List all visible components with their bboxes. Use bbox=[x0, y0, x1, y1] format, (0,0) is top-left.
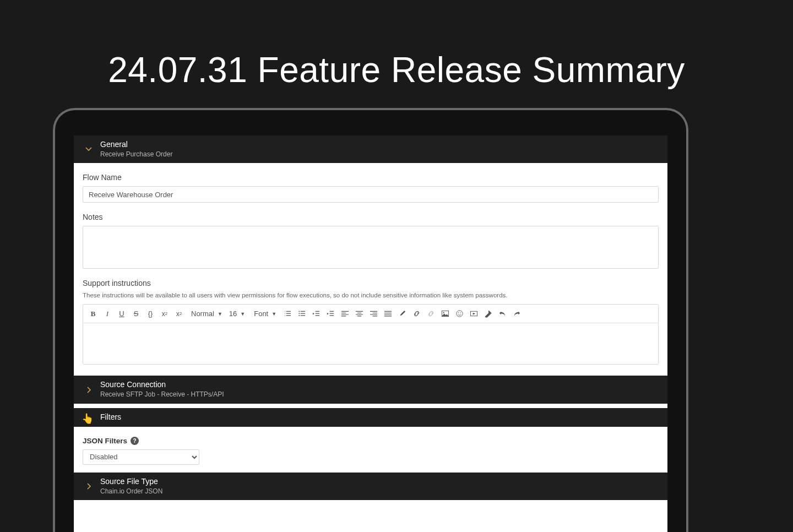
align-right-button[interactable] bbox=[367, 307, 380, 321]
accordion-source-file-type[interactable]: Source File Type Chain.io Order JSON bbox=[74, 473, 667, 500]
image-button[interactable] bbox=[438, 307, 452, 321]
accordion-filters[interactable]: Filters 👆 bbox=[74, 408, 667, 427]
svg-point-2 bbox=[298, 315, 300, 316]
unordered-list-button[interactable] bbox=[295, 307, 308, 321]
chevron-down-icon bbox=[83, 146, 95, 153]
flow-name-label: Flow Name bbox=[83, 173, 659, 182]
video-button[interactable] bbox=[467, 307, 480, 321]
font-family-select[interactable]: Font ▼ bbox=[249, 307, 280, 321]
outdent-button[interactable] bbox=[309, 307, 323, 321]
accordion-source-connection[interactable]: Source Connection Receive SFTP Job - Rec… bbox=[74, 376, 667, 403]
svg-point-4 bbox=[443, 312, 444, 313]
filters-panel: JSON Filters ? Disabled bbox=[74, 427, 667, 473]
accordion-title: Filters bbox=[100, 412, 121, 422]
redo-button[interactable] bbox=[510, 307, 523, 321]
editor-toolbar: B I U S {} x2 x2 Normal ▼ 16 ▼ bbox=[83, 305, 658, 323]
page-headline: 24.07.31 Feature Release Summary bbox=[0, 50, 793, 90]
help-icon[interactable]: ? bbox=[131, 437, 139, 445]
eraser-button[interactable] bbox=[481, 307, 495, 321]
accordion-title: General bbox=[100, 140, 172, 149]
italic-button[interactable]: I bbox=[101, 307, 114, 321]
support-instructions-helper: These instructions will be available to … bbox=[83, 292, 659, 298]
accordion-subtitle: Chain.io Order JSON bbox=[100, 487, 162, 496]
accordion-general[interactable]: General Receive Purchase Order bbox=[74, 135, 667, 163]
font-family-value: Font bbox=[254, 310, 268, 318]
flow-name-input[interactable] bbox=[83, 186, 659, 203]
json-filters-label: JSON Filters ? bbox=[83, 437, 659, 445]
rich-text-editor: B I U S {} x2 x2 Normal ▼ 16 ▼ bbox=[83, 304, 659, 365]
indent-button[interactable] bbox=[324, 307, 337, 321]
strikethrough-button[interactable]: S bbox=[129, 307, 143, 321]
unlink-button[interactable] bbox=[424, 307, 437, 321]
subscript-button[interactable]: x2 bbox=[172, 307, 186, 321]
caret-down-icon: ▼ bbox=[218, 311, 222, 317]
json-filters-select[interactable]: Disabled bbox=[83, 449, 199, 465]
accordion-title: Source File Type bbox=[100, 477, 162, 486]
ordered-list-button[interactable] bbox=[281, 307, 294, 321]
chevron-right-icon bbox=[83, 387, 95, 393]
svg-point-1 bbox=[298, 313, 300, 314]
color-picker-button[interactable] bbox=[395, 307, 409, 321]
emoji-button[interactable] bbox=[453, 307, 466, 321]
accordion-subtitle: Receive SFTP Job - Receive - HTTPs/API bbox=[100, 390, 224, 399]
undo-button[interactable] bbox=[496, 307, 509, 321]
caret-down-icon: ▼ bbox=[271, 311, 276, 317]
support-instructions-label: Support instructions bbox=[83, 279, 659, 287]
caret-down-icon: ▼ bbox=[240, 311, 245, 317]
chevron-right-icon bbox=[83, 483, 95, 490]
app-screen: General Receive Purchase Order Flow Name… bbox=[74, 135, 667, 532]
underline-button[interactable]: U bbox=[115, 307, 128, 321]
svg-point-0 bbox=[298, 311, 300, 312]
general-panel: Flow Name Notes Support instructions The… bbox=[74, 163, 667, 376]
font-size-value: 16 bbox=[229, 310, 237, 318]
notes-textarea[interactable] bbox=[83, 226, 659, 269]
font-size-select[interactable]: 16 ▼ bbox=[227, 307, 248, 321]
superscript-button[interactable]: x2 bbox=[158, 307, 171, 321]
notes-label: Notes bbox=[83, 213, 659, 221]
svg-point-6 bbox=[458, 313, 459, 314]
editor-content[interactable] bbox=[83, 323, 658, 364]
code-block-button[interactable]: {} bbox=[144, 307, 157, 321]
link-button[interactable] bbox=[410, 307, 423, 321]
paragraph-style-value: Normal bbox=[191, 310, 214, 318]
accordion-subtitle: Receive Purchase Order bbox=[100, 150, 172, 159]
svg-point-7 bbox=[460, 313, 461, 314]
align-justify-button[interactable] bbox=[381, 307, 394, 321]
align-center-button[interactable] bbox=[352, 307, 366, 321]
align-left-button[interactable] bbox=[338, 307, 351, 321]
device-frame: General Receive Purchase Order Flow Name… bbox=[53, 108, 688, 532]
bold-button[interactable]: B bbox=[86, 307, 100, 321]
accordion-title: Source Connection bbox=[100, 380, 224, 389]
paragraph-style-select[interactable]: Normal ▼ bbox=[187, 307, 226, 321]
svg-point-5 bbox=[457, 311, 463, 317]
